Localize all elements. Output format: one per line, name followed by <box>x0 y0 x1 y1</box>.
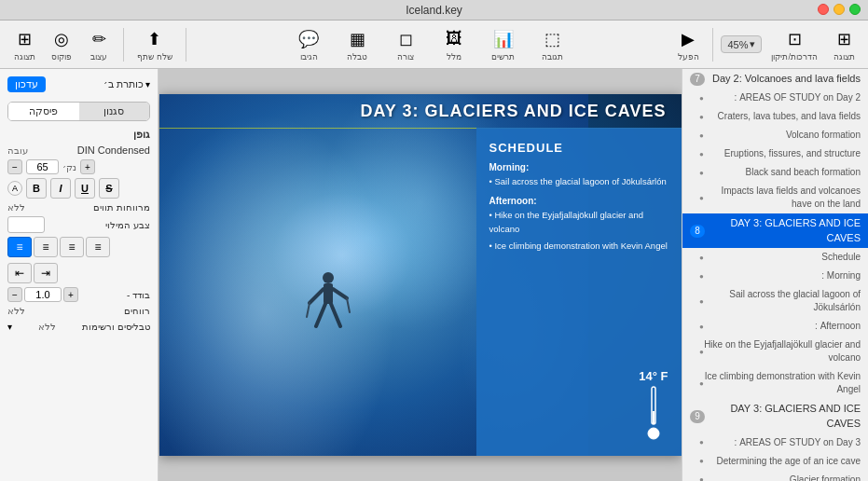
outline-text-day3-h: DAY 3: GLACIERS AND ICE CAVES <box>705 216 861 245</box>
outline-item-areas-day3[interactable]: ● AREAS OF STUDY on Day 3 : <box>682 433 868 452</box>
align-center-button[interactable]: ≡ <box>34 237 58 257</box>
maximize-button[interactable] <box>849 4 861 15</box>
bold-button[interactable]: B <box>26 178 47 199</box>
share-icon: ⬆ <box>144 28 166 50</box>
outline-item-afternoon[interactable]: ● Afternoon : <box>682 317 868 336</box>
outline-item-black-sand[interactable]: ● Black sand beach formation <box>682 163 868 182</box>
align-buttons-row: ≡ ≡ ≡ ≡ <box>0 235 158 259</box>
toolbar-focus[interactable]: ◎ פוקוס <box>45 28 78 62</box>
infobox-afternoon-label: Afternoon: <box>489 196 668 206</box>
toolbar-insert[interactable]: ⬚ תגובה <box>535 28 569 62</box>
toolbar-guides[interactable]: ⊡ הדרכות/תיקון <box>765 28 823 62</box>
spacing-label: רווחים <box>124 306 150 316</box>
svg-line-7 <box>347 298 350 312</box>
toolbar-share[interactable]: ⬆ שלח שתף <box>131 28 178 62</box>
indent-decrease-button[interactable]: ⇤ <box>7 263 32 283</box>
toolbar-play[interactable]: ▶ הפעל <box>671 28 705 62</box>
list-section[interactable]: ▾ ללא טבליסים ורשימות <box>0 318 158 336</box>
underline-button[interactable]: U <box>75 178 95 199</box>
outline-text-impacts: Impacts lava fields and volcanoes have o… <box>704 185 861 211</box>
outline-item-morning[interactable]: ● Morning : <box>682 267 868 285</box>
outline-item-day3-9[interactable]: 9 DAY 3: GLACIERS AND ICE CAVES <box>682 399 868 433</box>
font-size-input[interactable] <box>26 159 59 174</box>
line-spacing-row: − + - בודד <box>0 285 158 304</box>
view-label: תצוגה <box>14 52 35 62</box>
toolbar-format[interactable]: ⊞ תצוגה <box>827 28 861 62</box>
outline-item-glacier-form[interactable]: ● Glacier formation <box>682 471 868 481</box>
minimize-button[interactable] <box>834 4 845 15</box>
info-box: SCHEDULE Morning: • Sail across the glac… <box>476 128 682 456</box>
toolbar-media[interactable]: 🖼 מלל <box>437 28 471 62</box>
chevron-down-icon: ▾ <box>145 79 150 89</box>
toolbar-chart[interactable]: 📊 תרשים <box>486 28 520 62</box>
svg-point-0 <box>323 272 334 283</box>
update-style-button[interactable]: עדכון <box>7 76 46 92</box>
outline-item-schedule[interactable]: ● Schedule <box>682 248 868 267</box>
toolbar-comment[interactable]: 💬 הגיבו <box>292 28 325 62</box>
indent-increase-button[interactable]: ⇥ <box>34 263 58 283</box>
text-color-button[interactable]: A <box>7 181 22 196</box>
outline-item-craters[interactable]: ● Craters, lava tubes, and lava fields <box>682 107 868 126</box>
toolbar-sep-2 <box>186 28 186 62</box>
table-icon: ▦ <box>346 28 368 50</box>
italic-button[interactable]: I <box>50 178 71 199</box>
color-swatch[interactable] <box>7 216 45 233</box>
font-size-decrease[interactable]: − <box>7 159 22 174</box>
format-label: תצוגה <box>834 52 855 62</box>
fill-color-label: צבע המילוי <box>105 220 150 230</box>
close-button[interactable] <box>818 4 829 15</box>
align-left-button[interactable]: ≡ <box>60 237 84 257</box>
font-size-increase[interactable]: + <box>80 159 95 174</box>
spacing-row: ללא רווחים <box>0 304 158 318</box>
svg-line-6 <box>307 303 310 317</box>
color-fill-row: צבע המילוי <box>0 214 158 235</box>
line-spacing-increase[interactable]: + <box>63 287 78 302</box>
infobox-afternoon-items: • Hike on the Eyjafjallajökull glacier a… <box>489 209 668 253</box>
climber-figure <box>305 270 351 354</box>
outline-item-ice-climbing[interactable]: ● Ice climbing demonstration with Kevin … <box>682 367 868 399</box>
slide-title-bar: DAY 3: GLACIERS AND ICE CAVES <box>159 94 682 129</box>
left-panel: עדכון כותרת ב׳ ▾ פיסקה סגנון גופן עובה D… <box>0 69 158 481</box>
zoom-control[interactable]: 45% ▾ <box>721 35 762 53</box>
font-size-unit: נק׳ <box>62 162 76 172</box>
window-title: Iceland.key <box>406 4 462 17</box>
insert-icon: ⬚ <box>541 28 563 50</box>
toolbar-edit[interactable]: ✏ עצוב <box>82 28 116 62</box>
outline-item-areas-day2[interactable]: ● AREAS OF STUDY on Day 2 : <box>682 89 868 107</box>
outline-text-ice-climbing: Ice climbing demonstration with Kevin An… <box>704 370 861 396</box>
focus-icon: ◎ <box>50 28 73 50</box>
toolbar-right-controls: 45% ▾ ⊡ הדרכות/תיקון ⊞ תצוגה <box>721 28 861 62</box>
outline-item-volcano-form[interactable]: ● Volcano formation <box>682 126 868 144</box>
strikethrough-button[interactable]: S <box>99 178 119 199</box>
toolbar-view[interactable]: ⊞ תצוגה <box>7 28 41 62</box>
spacing-value: ללא <box>7 306 25 316</box>
outline-item-sail[interactable]: ● Sail across the glacial lagoon of Jöku… <box>682 285 868 317</box>
afternoon-bullet-2: • <box>489 240 495 251</box>
infobox-title: SCHEDULE <box>489 141 668 155</box>
edit-icon: ✏ <box>88 28 110 50</box>
shape-label: צורה <box>397 52 414 62</box>
tab-paragraph[interactable]: פיסקה <box>8 103 79 120</box>
outline-text-black-sand: Black sand beach formation <box>704 166 861 179</box>
line-spacing-input[interactable] <box>24 287 62 302</box>
tab-style[interactable]: סגנון <box>79 103 150 120</box>
format-icon: ⊞ <box>833 28 855 50</box>
align-justify-button[interactable]: ≡ <box>86 237 110 257</box>
slide-canvas[interactable]: DAY 3: GLACIERS AND ICE CAVES SCHEDULE M… <box>159 94 682 456</box>
outline-item-day2[interactable]: 7 Day 2: Volcanoes and lava fields <box>682 69 868 89</box>
comment-label: הגיבו <box>300 52 318 62</box>
toolbar-table[interactable]: ▦ טבלה <box>340 28 374 62</box>
comment-icon: 💬 <box>297 28 320 50</box>
outline-item-impacts[interactable]: ● Impacts lava fields and volcanoes have… <box>682 182 868 213</box>
line-spacing-decrease[interactable]: − <box>7 287 22 302</box>
toolbar-shape[interactable]: ◻ צורה <box>389 28 422 62</box>
outline-item-age-cave[interactable]: ● Determining the age of an ice cave <box>682 452 868 471</box>
outline-item-hike[interactable]: ● Hike on the Eyjafjallajökull glacier a… <box>682 336 868 367</box>
infobox-morning-items: • Sail across the glacial lagoon of Jöku… <box>489 175 668 188</box>
outline-item-day3-highlighted[interactable]: 8 DAY 3: GLACIERS AND ICE CAVES <box>682 213 868 248</box>
toolbar-center-groups: 💬 הגיבו ▦ טבלה ◻ צורה 🖼 מלל 📊 תרשים ⬚ תג… <box>194 28 668 62</box>
align-right-button[interactable]: ≡ <box>7 237 32 257</box>
outline-text-schedule: Schedule <box>704 251 861 264</box>
outline-item-eruptions[interactable]: ● Eruptions, fissures, and structure <box>682 144 868 163</box>
shape-icon: ◻ <box>394 28 417 50</box>
